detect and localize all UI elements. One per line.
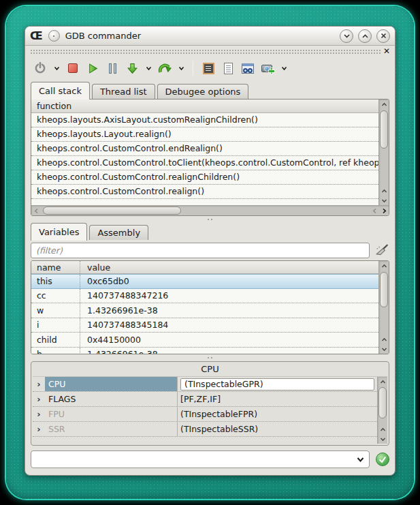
scroll-up-button[interactable]: [378, 425, 387, 434]
cpu-vertical-scrollbar[interactable]: [377, 377, 387, 444]
tab-variables[interactable]: Variables: [31, 223, 87, 241]
cpu-groupbox: CPU › CPU (TInspectableGPR) › FLAGS [PF,…: [31, 361, 389, 446]
cpu-row-fpu[interactable]: › FPU (TInspectableFPR): [33, 407, 377, 422]
add-watch-button[interactable]: [260, 60, 275, 76]
chevron-down-icon: [178, 66, 184, 71]
variable-row-child[interactable]: child 0x44150000: [31, 333, 378, 348]
chevron-up-icon: [381, 102, 387, 107]
chevron-down-icon: [381, 198, 387, 203]
close-window-button[interactable]: [376, 29, 390, 43]
chevron-down-icon[interactable]: [356, 457, 365, 463]
middle-tab-bar: Variables Assembly: [31, 223, 395, 240]
pin-button[interactable]: [48, 30, 60, 42]
dock-close-button[interactable]: ✕: [383, 46, 390, 56]
command-combobox[interactable]: [31, 450, 370, 468]
unshade-button[interactable]: [358, 29, 372, 43]
dock-grip[interactable]: ✕: [30, 47, 390, 57]
scroll-up-button[interactable]: [378, 377, 387, 386]
clear-filter-button[interactable]: [374, 242, 389, 258]
callstack-row[interactable]: kheops.control.CustomControl.realignChil…: [31, 170, 378, 185]
chevron-down-icon: [380, 437, 386, 442]
variable-row-w[interactable]: w 1.43266961e-38: [31, 303, 378, 318]
splitter-handle[interactable]: [25, 216, 395, 223]
callstack-vertical-scrollbar[interactable]: [378, 100, 389, 205]
stop-button[interactable]: [65, 60, 80, 76]
cpu-row-flags[interactable]: › FLAGS [PF,ZF,IF]: [33, 392, 377, 407]
scroll-up-button[interactable]: [379, 335, 389, 344]
shade-button[interactable]: [340, 29, 353, 43]
tab-call-stack[interactable]: Call stack: [31, 82, 90, 100]
registers-button[interactable]: [201, 60, 216, 76]
scroll-down-button[interactable]: [379, 196, 389, 205]
scroll-left-button[interactable]: [370, 206, 379, 215]
cpu-row-ssr[interactable]: › SSR (TInspectableSSR): [33, 422, 377, 437]
variable-row-h[interactable]: h 1.43266961e-38: [31, 348, 378, 354]
scroll-thumb[interactable]: [380, 272, 388, 307]
watch-window-button[interactable]: [240, 60, 255, 76]
callstack-horizontal-scrollbar[interactable]: [31, 205, 389, 215]
tab-thread-list[interactable]: Thread list: [92, 84, 155, 99]
chevron-up-icon: [381, 189, 387, 194]
filter-input[interactable]: [31, 243, 370, 258]
titlebar[interactable]: Œ GDB commander: [25, 27, 395, 46]
scroll-left-button[interactable]: [31, 206, 41, 215]
check-icon: [378, 456, 387, 463]
variables-vertical-scrollbar[interactable]: [378, 261, 389, 354]
memory-icon: [224, 63, 233, 74]
scroll-thumb[interactable]: [380, 110, 388, 149]
callstack-row[interactable]: kheops.control.CustomControl.endRealign(…: [31, 142, 378, 156]
gpr-value-field[interactable]: (TInspectableGPR): [180, 378, 374, 391]
filter-row: [25, 240, 395, 260]
scroll-down-button[interactable]: [379, 344, 389, 354]
step-into-button[interactable]: [125, 60, 140, 76]
debug-toolbar: [25, 57, 395, 80]
power-icon: [34, 62, 46, 74]
cpu-row-gpr[interactable]: › CPU (TInspectableGPR): [33, 377, 377, 392]
callstack-column-header[interactable]: function: [31, 100, 378, 113]
step-over-dropdown-button[interactable]: [177, 60, 185, 76]
scroll-up-button[interactable]: [379, 186, 389, 196]
chevron-down-icon: [146, 66, 152, 71]
scroll-right-button[interactable]: [379, 206, 389, 215]
power-button[interactable]: [33, 60, 48, 76]
chevron-up-icon: [361, 33, 369, 39]
scroll-thumb[interactable]: [378, 387, 387, 418]
step-over-button[interactable]: [157, 60, 172, 76]
variable-row-this[interactable]: this 0xc65db0: [31, 274, 378, 289]
step-into-dropdown-button[interactable]: [144, 60, 152, 76]
name-column-header[interactable]: name: [31, 261, 80, 273]
memory-button[interactable]: [221, 60, 236, 76]
chevron-down-icon: [381, 347, 387, 352]
callstack-row[interactable]: kheops.layouts.Layout.realign(): [31, 127, 378, 142]
chevron-down-icon: [281, 66, 287, 71]
power-dropdown-button[interactable]: [52, 60, 61, 76]
window-title: GDB commander: [65, 31, 334, 41]
scroll-up-button[interactable]: [379, 100, 389, 109]
scroll-thumb[interactable]: [43, 206, 181, 215]
callstack-row[interactable]: kheops.control.CustomControl.toClient(kh…: [31, 156, 378, 170]
add-watch-dropdown-button[interactable]: [280, 60, 288, 76]
variable-row-i[interactable]: i 140737488345184: [31, 318, 378, 333]
expand-icon[interactable]: ›: [33, 377, 45, 391]
callstack-row[interactable]: kheops.control.CustomControl.realign(): [31, 185, 378, 199]
expand-icon[interactable]: ›: [33, 392, 45, 406]
close-icon: [381, 33, 387, 39]
command-input[interactable]: [35, 455, 356, 465]
scroll-down-button[interactable]: [378, 434, 387, 444]
scroll-up-button[interactable]: [379, 261, 389, 271]
send-command-button[interactable]: [376, 453, 389, 466]
chevron-down-icon: [54, 66, 60, 71]
variables-column-headers[interactable]: name value: [31, 261, 378, 274]
splitter-handle[interactable]: [25, 354, 395, 361]
tab-debugee-options[interactable]: Debugee options: [157, 84, 249, 99]
tab-assembly[interactable]: Assembly: [89, 225, 148, 240]
callstack-row[interactable]: kheops.layouts.AxisLayout.customRealignC…: [31, 113, 378, 127]
pause-icon: [109, 63, 116, 74]
app-logo-icon: Œ: [30, 31, 43, 42]
run-button[interactable]: [85, 60, 100, 76]
pause-button[interactable]: [105, 60, 120, 76]
value-column-header[interactable]: value: [80, 262, 378, 273]
expand-icon[interactable]: ›: [33, 407, 45, 421]
expand-icon[interactable]: ›: [33, 422, 45, 436]
variable-row-cc[interactable]: cc 140737488347216: [31, 289, 378, 304]
